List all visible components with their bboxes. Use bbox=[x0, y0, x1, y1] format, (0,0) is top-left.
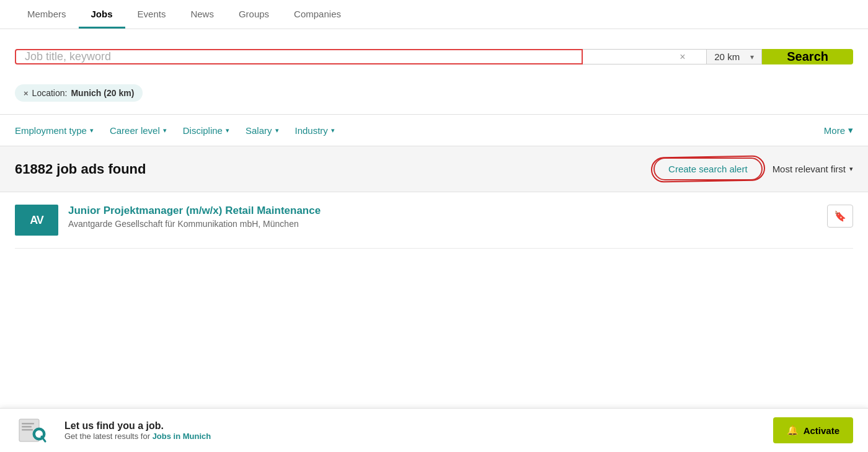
filter-value: Munich (20 km) bbox=[71, 88, 134, 98]
bookmark-icon: 🔖 bbox=[834, 211, 846, 221]
more-label: More bbox=[824, 125, 845, 136]
job-listing-area: AV Junior Projektmanager (m/w/x) Retail … bbox=[0, 192, 868, 249]
sort-dropdown[interactable]: Most relevant first ▾ bbox=[773, 164, 853, 174]
clear-location-button[interactable]: × bbox=[677, 50, 688, 64]
filter-bar: Employment type ▾ Career level ▾ Discipl… bbox=[0, 115, 868, 146]
employment-type-filter[interactable]: Employment type ▾ bbox=[15, 115, 105, 146]
industry-label: Industry bbox=[295, 125, 328, 136]
radius-chevron-icon: ▾ bbox=[750, 53, 754, 61]
salary-chevron-icon: ▾ bbox=[275, 126, 279, 135]
career-level-label: Career level bbox=[110, 125, 160, 136]
employment-type-chevron-icon: ▾ bbox=[90, 126, 94, 135]
search-button[interactable]: Search bbox=[762, 49, 853, 64]
nav-item-jobs[interactable]: Jobs bbox=[79, 0, 125, 29]
career-level-filter[interactable]: Career level ▾ bbox=[110, 115, 178, 146]
sort-chevron-icon: ▾ bbox=[849, 165, 853, 173]
radius-wrap: 5 km 10 km 20 km 30 km 50 km 100 km ▾ bbox=[707, 49, 762, 64]
more-filters-button[interactable]: More ▾ bbox=[824, 115, 853, 146]
more-chevron-icon: ▾ bbox=[848, 125, 853, 136]
keyword-input[interactable]: Working Student bbox=[25, 50, 573, 63]
job-company: Avantgarde Gesellschaft für Kommunikatio… bbox=[68, 219, 817, 229]
company-logo: AV bbox=[15, 205, 58, 236]
discipline-chevron-icon: ▾ bbox=[226, 126, 229, 135]
results-bar: 61882 job ads found Create search alert … bbox=[0, 146, 868, 192]
industry-chevron-icon: ▾ bbox=[331, 126, 335, 135]
job-info: Junior Projektmanager (m/w/x) Retail Mai… bbox=[68, 205, 817, 229]
search-area: Working Student Munich × 5 km 10 km 20 k… bbox=[0, 29, 868, 77]
location-wrap: Munich × bbox=[583, 49, 707, 64]
job-title[interactable]: Junior Projektmanager (m/w/x) Retail Mai… bbox=[68, 205, 321, 216]
table-row: AV Junior Projektmanager (m/w/x) Retail … bbox=[15, 192, 853, 249]
filter-label: Location: bbox=[32, 88, 68, 98]
location-filter-tag[interactable]: × Location: Munich (20 km) bbox=[15, 84, 143, 102]
nav-item-members[interactable]: Members bbox=[15, 0, 79, 29]
logo-text: AV bbox=[30, 214, 43, 227]
search-row: Working Student Munich × 5 km 10 km 20 k… bbox=[15, 49, 853, 64]
nav-item-groups[interactable]: Groups bbox=[226, 0, 281, 29]
salary-label: Salary bbox=[246, 125, 272, 136]
remove-filter-icon[interactable]: × bbox=[24, 89, 29, 98]
results-count: 61882 job ads found bbox=[15, 161, 146, 177]
salary-filter[interactable]: Salary ▾ bbox=[246, 115, 290, 146]
create-search-alert-button[interactable]: Create search alert bbox=[653, 157, 763, 180]
discipline-filter[interactable]: Discipline ▾ bbox=[183, 115, 241, 146]
clear-icon: × bbox=[680, 51, 685, 62]
sort-label: Most relevant first bbox=[773, 164, 846, 174]
nav-item-news[interactable]: News bbox=[178, 0, 226, 29]
results-right: Create search alert Most relevant first … bbox=[653, 157, 853, 180]
bookmark-button[interactable]: 🔖 bbox=[827, 205, 853, 228]
industry-filter[interactable]: Industry ▾ bbox=[295, 115, 346, 146]
radius-select[interactable]: 5 km 10 km 20 km 30 km 50 km 100 km bbox=[714, 51, 750, 62]
nav-item-companies[interactable]: Companies bbox=[281, 0, 353, 29]
active-filters: × Location: Munich (20 km) bbox=[0, 77, 868, 102]
nav-item-events[interactable]: Events bbox=[125, 0, 179, 29]
keyword-wrap: Working Student bbox=[15, 49, 583, 64]
employment-type-label: Employment type bbox=[15, 125, 87, 136]
career-level-chevron-icon: ▾ bbox=[163, 126, 167, 135]
location-input[interactable]: Munich bbox=[590, 51, 677, 62]
nav-bar: Members Jobs Events News Groups Companie… bbox=[0, 0, 868, 29]
discipline-label: Discipline bbox=[183, 125, 223, 136]
